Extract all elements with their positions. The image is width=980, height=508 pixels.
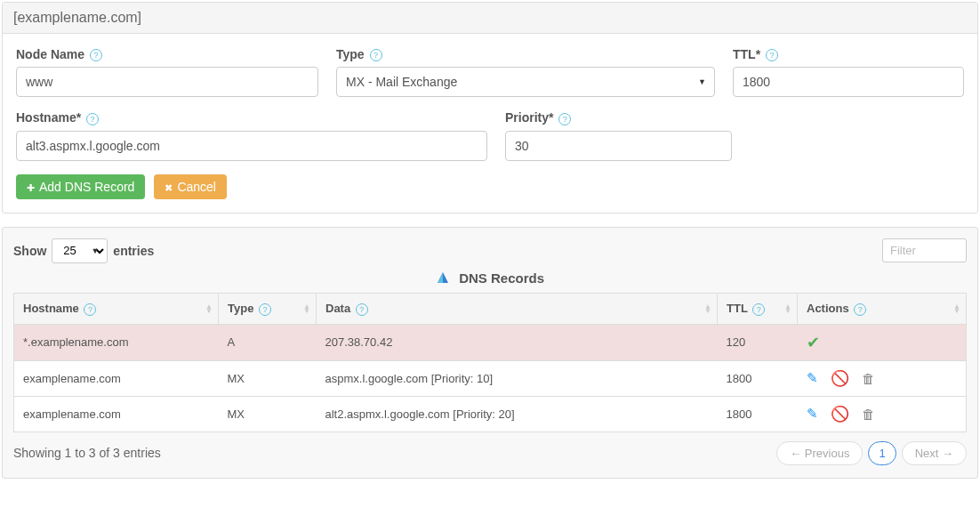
priority-group: Priority* ?	[505, 110, 732, 160]
help-icon[interactable]: ?	[90, 49, 102, 61]
cell-ttl: 1800	[718, 396, 798, 431]
node-name-input[interactable]	[16, 67, 318, 97]
cell-data: aspmx.l.google.com [Priority: 10]	[317, 360, 718, 396]
table-header-row: Hostname ? ▲▼ Type ? ▲▼ Data ? ▲▼ TTL ?	[14, 294, 967, 325]
edit-icon[interactable]: ✎	[807, 406, 818, 422]
cell-actions: ✔	[798, 324, 967, 360]
cell-data: 207.38.70.42	[317, 324, 718, 360]
priority-label: Priority* ?	[505, 110, 732, 125]
button-row: Add DNS Record Cancel	[16, 174, 964, 199]
panel-body: Node Name ? Type ? MX - Mail Exchange	[3, 34, 977, 213]
help-icon[interactable]: ?	[558, 113, 571, 125]
sort-icon: ▲▼	[953, 304, 960, 313]
dns-icon	[436, 270, 450, 287]
type-group: Type ? MX - Mail Exchange	[336, 47, 715, 97]
help-icon[interactable]: ?	[854, 303, 866, 316]
cell-type: A	[219, 324, 317, 360]
ttl-label: TTL* ?	[733, 47, 964, 61]
priority-input[interactable]	[505, 131, 732, 161]
col-ttl[interactable]: TTL ? ▲▼	[718, 294, 798, 325]
cell-hostname: examplename.com	[14, 396, 219, 431]
trash-icon[interactable]: 🗑	[862, 407, 875, 422]
plus-icon	[27, 180, 35, 194]
type-label: Type ?	[336, 47, 715, 61]
col-data[interactable]: Data ? ▲▼	[317, 294, 718, 325]
page-1-button[interactable]: 1	[868, 441, 896, 465]
next-button[interactable]: Next →	[902, 441, 967, 465]
pagination: ← Previous 1 Next →	[776, 441, 967, 465]
hostname-input[interactable]	[16, 131, 487, 161]
show-label: Show	[13, 244, 46, 258]
cell-hostname: *.examplename.com	[14, 324, 219, 360]
dns-form-panel: [examplename.com] Node Name ? Type ? MX …	[2, 2, 978, 214]
col-type[interactable]: Type ? ▲▼	[219, 294, 317, 325]
sort-icon: ▲▼	[205, 304, 213, 313]
disable-icon[interactable]: 🚫	[831, 369, 849, 388]
close-icon	[165, 180, 173, 194]
prev-button[interactable]: ← Previous	[776, 441, 863, 465]
records-panel: Show 25 entries DNS Records Hostname ? ▲…	[2, 227, 978, 479]
col-actions[interactable]: Actions ? ▲▼	[798, 294, 967, 325]
form-row-1: Node Name ? Type ? MX - Mail Exchange	[16, 47, 964, 97]
cell-type: MX	[219, 396, 317, 431]
showing-text: Showing 1 to 3 of 3 entries	[13, 446, 161, 460]
cell-actions: ✎🚫🗑	[798, 360, 967, 396]
table-footer: Showing 1 to 3 of 3 entries ← Previous 1…	[13, 441, 967, 465]
sort-icon: ▲▼	[784, 304, 791, 313]
type-select-wrap: MX - Mail Exchange	[336, 67, 715, 97]
cell-ttl: 1800	[718, 360, 798, 396]
cell-actions: ✎🚫🗑	[798, 396, 967, 431]
table-row: examplename.comMXalt2.aspmx.l.google.com…	[14, 396, 967, 431]
cancel-button[interactable]: Cancel	[154, 174, 227, 199]
ttl-group: TTL* ?	[733, 47, 964, 97]
show-entries-control: Show 25 entries	[13, 238, 154, 263]
help-icon[interactable]: ?	[766, 49, 778, 61]
ttl-input[interactable]	[733, 67, 964, 97]
sort-icon: ▲▼	[303, 304, 310, 313]
panel-heading: [examplename.com]	[3, 3, 977, 34]
table-title: DNS Records	[13, 270, 967, 288]
filter-input[interactable]	[882, 238, 967, 262]
col-hostname[interactable]: Hostname ? ▲▼	[14, 294, 219, 325]
form-row-2: Hostname* ? Priority* ?	[16, 110, 964, 160]
help-icon[interactable]: ?	[370, 49, 382, 61]
help-icon[interactable]: ?	[356, 303, 368, 316]
table-top-controls: Show 25 entries	[13, 238, 967, 263]
hostname-group: Hostname* ?	[16, 110, 487, 160]
help-icon[interactable]: ?	[86, 113, 99, 125]
svg-marker-1	[438, 272, 443, 283]
disable-icon[interactable]: 🚫	[831, 405, 849, 423]
check-icon: ✔	[807, 333, 820, 352]
type-select[interactable]: MX - Mail Exchange	[336, 67, 715, 97]
edit-icon[interactable]: ✎	[807, 370, 818, 386]
cell-data: alt2.aspmx.l.google.com [Priority: 20]	[317, 396, 718, 431]
trash-icon[interactable]: 🗑	[862, 371, 875, 386]
hostname-label: Hostname* ?	[16, 110, 487, 125]
sort-icon: ▲▼	[704, 304, 711, 313]
help-icon[interactable]: ?	[84, 303, 96, 316]
table-row: *.examplename.comA207.38.70.42120✔	[14, 324, 967, 360]
dns-records-table: Hostname ? ▲▼ Type ? ▲▼ Data ? ▲▼ TTL ?	[13, 293, 967, 432]
cell-ttl: 120	[718, 324, 798, 360]
node-name-label: Node Name ?	[16, 47, 318, 61]
entries-label: entries	[113, 244, 154, 258]
cell-hostname: examplename.com	[14, 360, 219, 396]
node-name-group: Node Name ?	[16, 47, 318, 97]
entries-select[interactable]: 25	[52, 238, 108, 263]
help-icon[interactable]: ?	[752, 303, 765, 316]
table-row: examplename.comMXaspmx.l.google.com [Pri…	[14, 360, 967, 396]
help-icon[interactable]: ?	[259, 303, 271, 316]
add-dns-record-button[interactable]: Add DNS Record	[16, 174, 145, 199]
cell-type: MX	[219, 360, 317, 396]
